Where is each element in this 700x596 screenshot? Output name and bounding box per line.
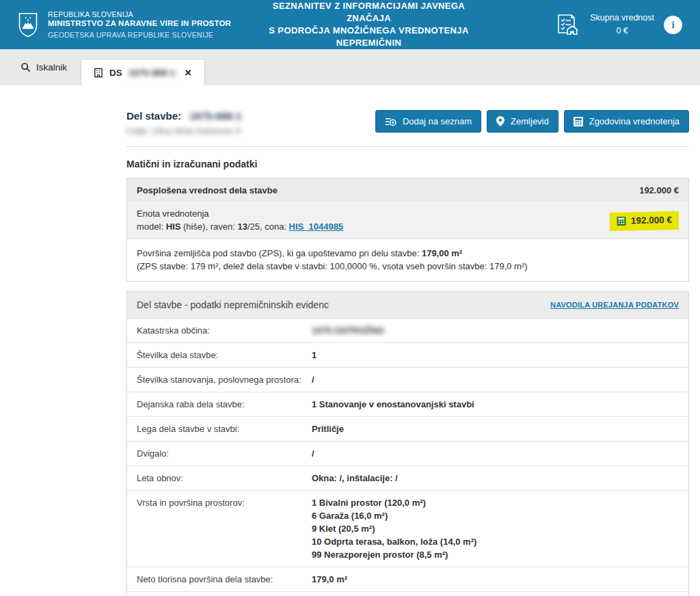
row-label: Dejanska raba dela stavbe: — [137, 398, 312, 411]
valuation-history-label: Zgodovina vrednotenja — [589, 116, 679, 126]
valuation-model-line: model: HIS (hiše), raven: 13/25, cona: H… — [137, 221, 343, 234]
map-button-label: Zemljevid — [511, 116, 549, 126]
row-label: Vrsta in površina prostorov: — [137, 496, 312, 509]
page-title-label: Del stavbe: — [126, 110, 181, 122]
tab-bar: Iskalnik DS 1675-886-1 ✕ — [0, 49, 700, 85]
table-row: Neto tlorisna površina dela stavbe:179,0… — [127, 567, 688, 592]
tab-building-part[interactable]: DS 1675-886-1 ✕ — [81, 59, 205, 85]
generalized-value-label: Posplošena vrednost dela stavbe — [137, 185, 278, 195]
row-value: 1 Stanovanje v enostanovanjski stavbi — [312, 398, 474, 411]
brand-line-3: GEODETSKA UPRAVA REPUBLIKE SLOVENIJE — [48, 31, 231, 39]
slovenia-coat-of-arms-icon — [18, 12, 38, 38]
editing-instructions-link[interactable]: NAVODILA UREJANJA PODATKOV — [550, 301, 679, 309]
table-row: Lega dela stavbe v stavbi:Pritličje — [127, 417, 688, 442]
page-title-id: 1675-886-1 — [189, 110, 242, 122]
row-label: Številka stanovanja, poslovnega prostora… — [137, 373, 312, 386]
app-title-line-1: SEZNANITEV Z INFORMACIJAMI JAVNEGA ZNAČA… — [260, 0, 477, 25]
row-value: 1 Bivalni prostor (120,0 m²)6 Garaža (16… — [312, 496, 476, 561]
brand-line-1: REPUBLIKA SLOVENIJA — [48, 10, 231, 18]
zone-link[interactable]: HIS_1044985 — [289, 221, 344, 232]
row-value: / — [312, 373, 314, 386]
valuation-unit-text: Enota vrednotenja model: HIS (hiše), rav… — [137, 208, 343, 234]
section-heading: Matični in izračunani podatki — [126, 159, 689, 170]
main-content: Del stavbe: 1675-886-1 Celje, Ulica Alme… — [126, 110, 689, 596]
add-to-list-label: Dodaj na seznam — [403, 116, 472, 126]
row-label: Katastrska občina: — [137, 324, 312, 337]
table-row: Katastrska občina:1075 OSTROŽNO — [127, 319, 688, 343]
records-box: Del stavbe - podatki nepremičninskih evi… — [126, 291, 689, 596]
calculator-green-icon — [617, 216, 626, 226]
agency-text: REPUBLIKA SLOVENIJA MINISTRSTVO ZA NARAV… — [48, 10, 231, 39]
valuation-unit-row: Enota vrednotenja model: HIS (hiše), rav… — [127, 203, 688, 239]
row-value: Pritličje — [312, 422, 344, 435]
highlighted-value: 192.000 € — [610, 211, 679, 231]
table-row: Dejanska raba dela stavbe:1 Stanovanje v… — [127, 392, 688, 417]
app-title: SEZNANITEV Z INFORMACIJAMI JAVNEGA ZNAČA… — [260, 0, 477, 49]
total-value-amount: 0 € — [590, 25, 654, 38]
map-pin-icon — [496, 116, 504, 126]
row-label: Dvigalo: — [137, 447, 312, 460]
property-address: Celje, Ulica Alme Karlinove 4 — [126, 126, 242, 136]
generalized-value-row: Posplošena vrednost dela stavbe 192.000 … — [127, 178, 688, 203]
tab-label-prefix: DS — [109, 68, 122, 78]
table-row: Številka dela stavbe:1 — [127, 343, 688, 368]
table-row: Številka stanovanja, poslovnega prostora… — [127, 368, 688, 392]
building-icon — [94, 68, 103, 78]
title-block: Del stavbe: 1675-886-1 Celje, Ulica Alme… — [126, 110, 242, 136]
add-to-list-icon — [385, 117, 396, 126]
close-icon[interactable]: ✕ — [185, 68, 192, 78]
tab-search-label: Iskalnik — [36, 62, 67, 72]
records-header: Del stavbe - podatki nepremičninskih evi… — [127, 292, 688, 319]
records-heading: Del stavbe - podatki nepremičninskih evi… — [137, 299, 329, 310]
records-rows: Katastrska občina:1075 OSTROŽNOŠtevilka … — [127, 319, 688, 596]
row-value: 1075 OSTROŽNO — [312, 324, 384, 337]
generalized-value-amount: 192.000 € — [639, 185, 679, 195]
calculator-icon — [574, 117, 583, 126]
row-value: Okna: /, inštalacije: / — [312, 472, 398, 485]
agency-brand: REPUBLIKA SLOVENIJA MINISTRSTVO ZA NARAV… — [18, 10, 260, 39]
header-right: Skupna vrednost 0 € i — [477, 11, 682, 38]
table-row: Vrsta in površina prostorov:1 Bivalni pr… — [127, 491, 688, 567]
zps-row: Površina zemljišča pod stavbo (ZPS), ki … — [127, 239, 688, 281]
table-row: Dvigalo:/ — [127, 442, 688, 466]
brand-line-2: MINISTRSTVO ZA NARAVNE VIRE IN PROSTOR — [48, 19, 231, 27]
search-icon — [21, 62, 31, 72]
zps-line-1: Površina zemljišča pod stavbo (ZPS), ki … — [137, 247, 679, 260]
table-row: Leta obnov:Okna: /, inštalacije: / — [127, 466, 688, 491]
title-row: Del stavbe: 1675-886-1 Celje, Ulica Alme… — [126, 110, 689, 136]
table-row: Višina etaže glavnega vhoda:/ — [127, 592, 688, 596]
row-value: 1 — [312, 349, 317, 362]
action-buttons: Dodaj na seznam Zemljevid — [375, 110, 689, 133]
row-value: 179,0 m² — [312, 573, 347, 586]
map-button[interactable]: Zemljevid — [487, 110, 558, 133]
highlighted-value-amount: 192.000 € — [631, 213, 672, 228]
row-label: Številka dela stavbe: — [137, 349, 312, 362]
valuation-box: Posplošena vrednost dela stavbe 192.000 … — [126, 178, 689, 282]
row-value: / — [312, 447, 314, 460]
tab-label-id: 1675-886-1 — [129, 68, 176, 78]
app-header: REPUBLIKA SLOVENIJA MINISTRSTVO ZA NARAV… — [0, 0, 700, 49]
valuation-unit-label: Enota vrednotenja — [137, 208, 343, 221]
zps-line-2: (ZPS stavbe: 179 m², delež dela stavbe v… — [137, 260, 679, 273]
valuation-history-button[interactable]: Zgodovina vrednotenja — [564, 110, 689, 133]
page-title: Del stavbe: 1675-886-1 — [126, 110, 242, 122]
tab-search[interactable]: Iskalnik — [7, 49, 81, 85]
app-title-line-2: S PODROČJA MNOŽIČNEGA VREDNOTENJA NEPREM… — [260, 25, 477, 49]
info-icon[interactable]: i — [664, 16, 682, 34]
valuation-list-house-icon — [553, 11, 580, 38]
add-to-list-button[interactable]: Dodaj na seznam — [375, 110, 481, 133]
section-divider — [126, 146, 689, 147]
row-label: Neto tlorisna površina dela stavbe: — [137, 573, 312, 586]
total-value-label: Skupna vrednost — [590, 12, 654, 25]
total-value-block: Skupna vrednost 0 € — [590, 12, 654, 38]
row-label: Leta obnov: — [137, 472, 312, 485]
row-label: Lega dela stavbe v stavbi: — [137, 422, 312, 435]
